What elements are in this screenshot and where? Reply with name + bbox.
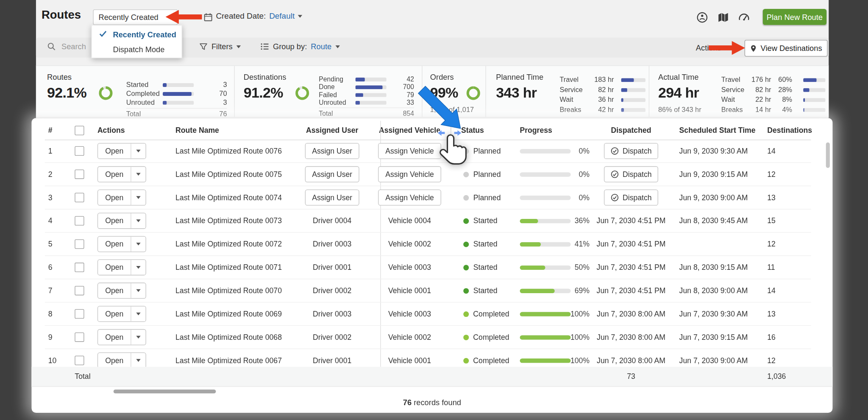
chevron-down-icon xyxy=(136,359,140,362)
assigned-vehicle: Vehicle 0003 xyxy=(368,263,451,272)
col-header-actions[interactable]: Actions xyxy=(92,126,169,134)
assigned-user: Driver 0003 xyxy=(296,240,368,249)
row-checkbox[interactable] xyxy=(75,356,84,365)
progress-bar xyxy=(520,335,570,339)
menu-item-recently-created[interactable]: Recently Created xyxy=(92,27,182,42)
open-button[interactable]: Open xyxy=(98,237,131,252)
open-button[interactable]: Open xyxy=(98,190,131,205)
row-checkbox[interactable] xyxy=(75,146,84,156)
sort-dropdown-value: Recently Created xyxy=(98,13,158,22)
assign-vehicle-button[interactable]: Assign Vehicle xyxy=(378,190,441,206)
assigned-vehicle: Vehicle 0002 xyxy=(368,333,451,342)
col-header-route-name[interactable]: Route Name xyxy=(169,126,296,134)
scheduled-start-time: Jun 7, 2030 9:00 AM xyxy=(667,356,759,365)
created-date-control[interactable]: Created Date: Default xyxy=(216,11,302,20)
view-destinations-button[interactable]: View Destinations xyxy=(745,40,828,56)
row-checkbox[interactable] xyxy=(75,263,84,272)
table-row: 8 Open Last Mile Optimized Route 0069 Dr… xyxy=(45,302,811,326)
group-by-control[interactable]: Group by: Route xyxy=(260,42,340,51)
kpi-bar xyxy=(803,98,825,102)
status-label: Started xyxy=(473,286,498,295)
status-label: Started xyxy=(473,263,498,272)
open-caret-button[interactable] xyxy=(131,190,145,205)
open-caret-button[interactable] xyxy=(131,143,145,158)
open-button[interactable]: Open xyxy=(98,353,131,368)
open-caret-button[interactable] xyxy=(131,260,145,275)
open-caret-button[interactable] xyxy=(131,237,145,252)
open-button[interactable]: Open xyxy=(98,213,131,228)
chevron-down-icon xyxy=(136,219,140,222)
col-header-assigned-user[interactable]: Assigned User xyxy=(296,126,368,134)
map-icon-button[interactable] xyxy=(716,11,729,24)
row-checkbox[interactable] xyxy=(75,170,84,179)
destinations-count: 15 xyxy=(758,217,811,225)
row-checkbox[interactable] xyxy=(75,286,84,295)
progress-bar xyxy=(520,358,570,362)
filters-button[interactable]: Filters xyxy=(199,42,241,51)
kpi-destinations: Destinations 91.2% Pending42 Done700 Fai… xyxy=(234,66,422,117)
created-date-value: Default xyxy=(269,11,295,20)
open-caret-button[interactable] xyxy=(131,213,145,228)
dispatch-button[interactable]: Dispatch xyxy=(604,166,659,182)
dispatch-button[interactable]: Dispatch xyxy=(604,190,659,206)
open-split-button: Open xyxy=(97,236,146,252)
route-name: Last Mile Optimized Route 0074 xyxy=(169,193,296,202)
progress-bar xyxy=(520,218,570,223)
col-header-index[interactable]: # xyxy=(45,126,67,134)
street-view-icon xyxy=(696,11,707,23)
kpi-bar xyxy=(356,77,387,81)
menu-item-dispatch-mode[interactable]: Dispatch Mode xyxy=(92,42,182,56)
destination-pin-icon xyxy=(750,44,757,53)
status-label: Started xyxy=(473,240,498,249)
dispatch-button[interactable]: Dispatch xyxy=(604,143,659,159)
assign-vehicle-button[interactable]: Assign Vehicle xyxy=(378,143,441,159)
status-dot xyxy=(463,241,469,247)
vertical-scrollbar-thumb[interactable] xyxy=(826,143,830,168)
sort-dropdown[interactable]: Recently Created xyxy=(93,9,178,25)
open-caret-button[interactable] xyxy=(131,330,145,344)
row-checkbox[interactable] xyxy=(75,239,84,249)
open-caret-button[interactable] xyxy=(131,306,145,321)
col-header-scheduled-start[interactable]: Scheduled Start Time xyxy=(667,126,759,134)
plan-new-route-button[interactable]: Plan New Route xyxy=(763,9,826,25)
status-dot xyxy=(463,218,469,224)
open-caret-button[interactable] xyxy=(131,167,145,182)
open-button[interactable]: Open xyxy=(98,283,131,298)
col-header-dispatched[interactable]: Dispatched xyxy=(595,126,667,134)
kpi-bar xyxy=(356,93,387,97)
gauge-icon-button[interactable] xyxy=(737,11,751,24)
open-button[interactable]: Open xyxy=(98,330,131,344)
route-name: Last Mile Optimized Route 0070 xyxy=(169,286,296,295)
progress-bar xyxy=(520,265,570,269)
dispatched-time: Jun 7, 2030 4:51 PM xyxy=(595,263,667,272)
horizontal-scrollbar-thumb[interactable] xyxy=(114,389,216,393)
assign-vehicle-button[interactable]: Assign Vehicle xyxy=(378,166,441,182)
kpi-bar xyxy=(621,98,645,102)
total-destinations: 1,036 xyxy=(767,372,786,381)
open-caret-button[interactable] xyxy=(131,353,145,368)
open-caret-button[interactable] xyxy=(131,283,145,298)
destinations-count: 12 xyxy=(758,356,811,365)
col-header-destinations[interactable]: Destinations xyxy=(758,126,811,134)
row-checkbox[interactable] xyxy=(75,309,84,319)
row-index: 10 xyxy=(45,356,67,365)
open-button[interactable]: Open xyxy=(98,306,131,321)
open-split-button: Open xyxy=(97,329,146,345)
filter-icon xyxy=(199,42,208,51)
select-all-checkbox[interactable] xyxy=(75,126,84,135)
assign-user-button[interactable]: Assign User xyxy=(305,166,359,182)
kpi-planned-label: Planned Time xyxy=(496,73,543,81)
chevron-down-icon xyxy=(136,173,140,176)
street-view-icon-button[interactable] xyxy=(695,11,708,24)
open-button[interactable]: Open xyxy=(98,260,131,275)
col-header-progress[interactable]: Progress xyxy=(509,126,595,134)
assign-user-button[interactable]: Assign User xyxy=(305,190,359,206)
assign-user-button[interactable]: Assign User xyxy=(305,143,359,159)
open-button[interactable]: Open xyxy=(98,143,131,158)
row-checkbox[interactable] xyxy=(75,216,84,225)
page-title: Routes xyxy=(42,8,81,22)
row-checkbox[interactable] xyxy=(75,333,84,342)
open-button[interactable]: Open xyxy=(98,167,131,182)
row-index: 8 xyxy=(45,310,67,318)
row-checkbox[interactable] xyxy=(75,193,84,202)
